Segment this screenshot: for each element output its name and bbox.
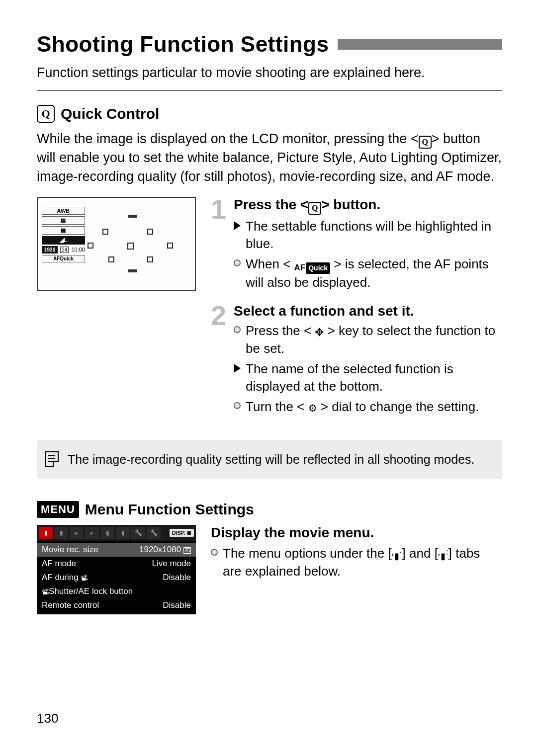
note-box: The image-recording quality setting will… (37, 440, 502, 479)
menu-tab-custom: 🔧 (147, 527, 161, 539)
af-point (167, 243, 173, 249)
step-number: 2 (211, 303, 229, 419)
menu-row-label: AF during 📽 (42, 573, 88, 583)
menu-row-label: AF mode (42, 559, 76, 569)
disc-bullet-icon (211, 549, 218, 556)
step-2: 2 Select a function and set it. Press th… (211, 303, 502, 419)
triangle-bullet-icon (234, 221, 241, 230)
af-point (147, 229, 153, 235)
menu-text-item: The menu options under the [’▮·] and [’▮… (211, 545, 502, 580)
menu-row-value: Disable (163, 573, 191, 583)
fps-icon: 25 (183, 547, 191, 554)
page-number: 130 (37, 711, 58, 726)
menu-row-value: Disable (163, 600, 191, 610)
step-item-text: Press the < ✥ > key to select the functi… (246, 322, 502, 357)
menu-row: AF during 📽 Disable (37, 571, 196, 585)
step-item: When < AFQuick > is selected, the AF poi… (234, 255, 502, 291)
menu-section-twocol: ▮ ▮ ▸ ▸ ▮ ▮ 🔧 🔧 DISP.▦ Movie rec. size 1… (37, 525, 502, 614)
menu-tab-setup3: 🔧 (131, 527, 145, 539)
step-1: 1 Press the <Q> button. The settable fun… (211, 197, 502, 294)
step-item: Press the < ✥ > key to select the functi… (234, 322, 502, 357)
step-number: 1 (211, 197, 229, 294)
lcd-af-grid (88, 213, 187, 272)
menu-tab-play1: ▸ (70, 527, 84, 539)
menu-row-label: Movie rec. size (42, 545, 98, 555)
af-bar (128, 269, 137, 272)
step-head-after: > button. (321, 197, 380, 212)
menu-row: AF mode Live mode (37, 557, 196, 571)
step-heading: Press the <Q> button. (234, 197, 502, 215)
menu-section-heading: MENU Menu Function Settings (37, 501, 502, 518)
divider (37, 90, 502, 91)
menu-body: Movie rec. size 1920x1080 25 AF mode Liv… (37, 541, 196, 614)
menu-text-list: The menu options under the [’▮·] and [’▮… (211, 545, 502, 580)
menu-tabs: ▮ ▮ ▸ ▸ ▮ ▮ 🔧 🔧 DISP.▦ (37, 525, 196, 541)
quick-control-twocol: AWB ▧ ▦ ◢L 1920 24 10:00 AFQuick (37, 197, 502, 427)
lcd-pstyle: ▧ (42, 216, 85, 225)
page-title: Shooting Function Settings (37, 32, 329, 57)
menu-tab-movie1: ▮ (39, 527, 53, 539)
main-dial-icon: ⚙ (308, 402, 317, 415)
movie-tab2-icon: ’▮: (438, 550, 448, 562)
lcd-time: 10:00 (71, 247, 85, 252)
menu-row-label: Remote control (42, 600, 99, 610)
lcd-afmode: AFQuick (42, 255, 85, 262)
step-body: Select a function and set it. Press the … (234, 303, 502, 419)
manual-page: Shooting Function Settings Function sett… (0, 0, 537, 756)
lcd-quality: ◢L (42, 236, 85, 245)
af-point (102, 229, 108, 235)
note-icon (45, 451, 59, 467)
disc-bullet-icon (234, 259, 241, 266)
step-item: The settable functions will be highlight… (234, 218, 502, 252)
lcd-rec-size: 1920 (42, 246, 58, 253)
step-item-text: The settable functions will be highlight… (246, 218, 502, 252)
af-point (88, 243, 93, 249)
q-icon-inline: Q (308, 202, 321, 215)
lcd-rec-row: 1920 24 10:00 (42, 246, 85, 253)
triangle-bullet-icon (234, 364, 241, 373)
af-point (108, 256, 114, 262)
lcd-fps: 24 (60, 247, 69, 253)
movie-camera-icon: 📽 (42, 588, 49, 596)
qc-body-before: While the image is displayed on the LCD … (37, 131, 419, 146)
menu-text: The menu options under the [’▮·] and [’▮… (223, 545, 502, 580)
quick-control-body: While the image is displayed on the LCD … (37, 130, 502, 186)
disc-bullet-icon (234, 326, 241, 333)
step-item-text: Turn the < ⚙ > dial to change the settin… (246, 398, 479, 416)
step-list: The settable functions will be highlight… (234, 218, 502, 291)
title-bar (338, 39, 502, 50)
step-head-before: Press the < (234, 197, 308, 212)
menu-row-value: 1920x1080 25 (139, 545, 191, 555)
cross-key-icon: ✥ (315, 325, 324, 340)
display-movie-menu-heading: Display the movie menu. (211, 525, 502, 541)
intro-text: Function settings particular to movie sh… (37, 64, 502, 82)
menu-row: Remote control Disable (37, 598, 196, 612)
lcd-alo: ▦ (42, 226, 85, 235)
menu-row: 📽Shutter/AE lock button (37, 585, 196, 598)
af-point (147, 256, 153, 262)
af-point-center (127, 243, 134, 250)
menu-tab-setup1: ▮ (100, 527, 114, 539)
menu-row-label: 📽Shutter/AE lock button (42, 587, 133, 596)
menu-right-column: Display the movie menu. The menu options… (211, 525, 502, 583)
movie-tab1-icon: ’▮· (392, 550, 402, 562)
menu-row: Movie rec. size 1920x1080 25 (37, 543, 196, 557)
note-text: The image-recording quality setting will… (68, 451, 474, 468)
lcd-awb: AWB (42, 207, 85, 215)
step-item: Turn the < ⚙ > dial to change the settin… (234, 398, 502, 416)
menu-screenshot: ▮ ▮ ▸ ▸ ▮ ▮ 🔧 🔧 DISP.▦ Movie rec. size 1… (37, 525, 196, 614)
step-item: The name of the selected function is dis… (234, 360, 502, 395)
step-heading: Select a function and set it. (234, 303, 502, 319)
menu-tab-play2: ▸ (85, 527, 99, 539)
lcd-screenshot: AWB ▧ ▦ ◢L 1920 24 10:00 AFQuick (37, 197, 196, 291)
step-body: Press the <Q> button. The settable funct… (234, 197, 502, 294)
step-item-text: The name of the selected function is dis… (246, 360, 502, 395)
quick-control-heading: Q Quick Control (37, 105, 502, 123)
q-icon: Q (37, 105, 55, 123)
af-bar (128, 215, 137, 218)
menu-row-value: Live mode (152, 559, 191, 569)
menu-section-label: Menu Function Settings (85, 501, 254, 518)
movie-camera-icon: 📽 (81, 574, 88, 582)
steps-column: 1 Press the <Q> button. The settable fun… (211, 197, 502, 427)
q-icon-inline: Q (419, 136, 432, 149)
